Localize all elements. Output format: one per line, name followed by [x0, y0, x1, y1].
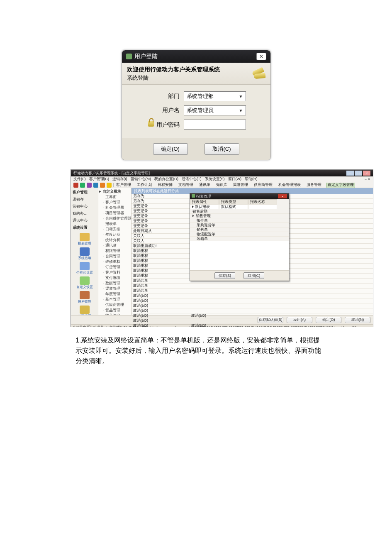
menu-comm[interactable]: 通讯中心(T) — [182, 176, 202, 182]
minimize-icon[interactable]: – — [346, 171, 354, 176]
user-combobox[interactable]: 系统管理员 ▼ — [184, 105, 246, 115]
tab-9[interactable]: 服务管理 — [306, 183, 322, 188]
menu-settings[interactable]: 系统设置(S) — [205, 176, 225, 182]
close-icon[interactable]: ✕ — [256, 53, 266, 60]
keys-icon — [251, 66, 265, 80]
tab-3[interactable]: 文档管理 — [178, 183, 194, 188]
table-row[interactable]: 取消(bO)取消(bO) — [131, 323, 373, 327]
table-row[interactable]: 取消(bO) — [131, 303, 373, 308]
table-row[interactable]: 取消共享 — [131, 284, 373, 289]
tab-0[interactable]: 客户管理 — [115, 183, 132, 188]
table-row[interactable]: 取消(bO) — [131, 298, 373, 303]
tool-icon-5[interactable] — [100, 183, 105, 188]
list-item[interactable]: 装箱单 — [190, 237, 289, 241]
nav-icon — [80, 247, 90, 256]
menu-window[interactable]: 窗口(W) — [228, 176, 242, 182]
tree-item[interactable]: · 货品管理 — [99, 308, 130, 313]
tree-item[interactable]: · 基本管理 — [99, 297, 130, 302]
tree-item[interactable]: · 供应商管理 — [99, 302, 130, 308]
close-icon[interactable]: × — [363, 171, 370, 176]
nav-big-item[interactable]: 报表管理 — [72, 233, 97, 246]
chevron-down-icon: ▼ — [239, 94, 243, 99]
nav-item-5[interactable]: 系统设置 — [72, 224, 97, 231]
tree-item[interactable]: · 合同管理 — [99, 254, 130, 259]
cell: 取消(bO) — [133, 323, 162, 327]
tab-7[interactable]: 供应商管理 — [253, 183, 273, 188]
tree-item[interactable]: · 统计分析 — [99, 237, 130, 243]
nav-big-item[interactable]: 个性化设置 — [72, 262, 97, 275]
password-input[interactable] — [184, 120, 246, 130]
table-row[interactable]: 取消(bO) — [131, 293, 373, 298]
tree-item[interactable]: · 支付选项 — [99, 275, 130, 281]
menu-marketing[interactable]: 营销中心(M) — [131, 176, 151, 182]
welcome-subtitle: 系统登陆 — [127, 74, 220, 82]
nav-big-item[interactable]: 权限设置 — [72, 306, 97, 315]
menu-help[interactable]: 帮助(H) — [245, 176, 258, 182]
sub-dialog-buttons: 保存(S) 取消(C) — [190, 270, 289, 281]
tab-4[interactable]: 通讯录 — [198, 183, 211, 188]
lock-icon — [148, 121, 154, 127]
nav-item-0[interactable]: 客户管理 — [72, 189, 97, 196]
dept-combobox[interactable]: 系统管理部 ▼ — [184, 91, 246, 101]
nav-big-item[interactable]: 系统选项 — [72, 247, 97, 260]
nav-item-4[interactable]: 通讯中心 — [72, 217, 97, 224]
tree-item[interactable]: · 订货管理 — [99, 264, 130, 270]
menu-office[interactable]: 我的办公室(O) — [154, 176, 178, 182]
login-title: 用户登陆 — [134, 53, 158, 60]
tab-2[interactable]: 日程安排 — [157, 183, 173, 188]
ok-button[interactable]: 确定(O) — [153, 143, 188, 155]
tree-item[interactable]: · 通讯录 — [99, 243, 130, 248]
tool-icon-2[interactable] — [80, 183, 85, 188]
tree-item[interactable]: · 渠道管理 — [99, 286, 130, 291]
paragraph-text: 系统安装及网络设置简单：不管是单机版，还是网络版，安装都非常简单，根据提示安装即… — [75, 337, 321, 364]
tree-item[interactable]: · 机会管理器 — [99, 205, 130, 210]
tree-item[interactable]: · 客户管理 — [99, 200, 130, 205]
window-controls: – □ × — [346, 171, 370, 176]
tree-item[interactable]: · 物品混定 — [99, 313, 130, 315]
tool-icon-1[interactable] — [73, 183, 78, 188]
tool-icon-4[interactable] — [93, 183, 98, 188]
tree-item[interactable]: · 合同维护管理器 — [99, 216, 130, 221]
app-body: 客户管理 进销存 营销中心 我的办… 通讯中心 系统设置 报表管理系统选项个性化… — [71, 188, 373, 315]
tree-item[interactable]: · 报表单 — [99, 221, 130, 227]
tree-root[interactable]: ▸ 自定义模块 — [99, 189, 130, 194]
nav-icon — [80, 233, 90, 241]
tool-icon-6[interactable] — [107, 183, 112, 188]
tree-item[interactable]: · 维修单权 — [99, 259, 130, 264]
tool-icon-3[interactable] — [87, 183, 92, 188]
tree-item[interactable]: · 客户资料 — [99, 270, 130, 275]
menu-customer[interactable]: 客户管理(C) — [89, 176, 110, 182]
menu-file[interactable]: 文件(F) — [73, 176, 86, 182]
tree-item[interactable]: · 日程安排 — [99, 227, 130, 232]
tab-6[interactable]: 渠道管理 — [232, 183, 249, 188]
nav-item-3[interactable]: 我的办… — [72, 210, 97, 217]
tree-item[interactable]: · 年度活动 — [99, 232, 130, 237]
tab-8[interactable]: 机会管理报表 — [278, 183, 302, 188]
nav-big-item[interactable]: 自定义设置 — [72, 276, 97, 289]
nav-item-1[interactable]: 进销存 — [72, 196, 97, 203]
tab-1[interactable]: 工作计划 — [136, 183, 153, 188]
arrow-right-icon — [192, 215, 194, 217]
tab-10[interactable]: 自定义字段管理 — [326, 183, 355, 188]
tree-item[interactable]: · 主界面 — [99, 194, 130, 200]
menu-inventory[interactable]: 进销存(I) — [112, 176, 127, 182]
close-icon[interactable]: × — [278, 194, 287, 198]
save-button[interactable]: 保存(S) — [214, 272, 235, 279]
maximize-icon[interactable]: □ — [355, 171, 362, 176]
user-label: 用户名 — [146, 107, 180, 114]
table-row[interactable]: 取消(bO)取消(bO) — [131, 313, 373, 318]
tree-item[interactable]: · 项目管理器 — [99, 210, 130, 216]
tree-item[interactable]: · 数据管理 — [99, 281, 130, 286]
nav-big-item[interactable]: 用户管理 — [72, 291, 97, 304]
cancel-button[interactable]: 取消(C) — [205, 143, 239, 155]
table-row[interactable]: 取消共享 — [131, 289, 373, 293]
tree-item[interactable]: · 年度管理 — [99, 291, 130, 297]
sd-row1-c2[interactable]: 默认格式 — [219, 204, 248, 209]
content-panel: 报表列表可以在此进行分类 另存为…另存为…另存为变更记录变更记录变更记录变更记录… — [131, 188, 373, 315]
tree-item[interactable]: · 权限管理 — [99, 248, 130, 254]
cancel-button[interactable]: 取消(C) — [243, 272, 264, 279]
tab-5[interactable]: 知识库 — [215, 183, 228, 188]
nav-item-2[interactable]: 营销中心 — [72, 203, 97, 210]
user-value: 系统管理员 — [187, 107, 214, 114]
sd-row1-c3[interactable] — [248, 204, 277, 209]
